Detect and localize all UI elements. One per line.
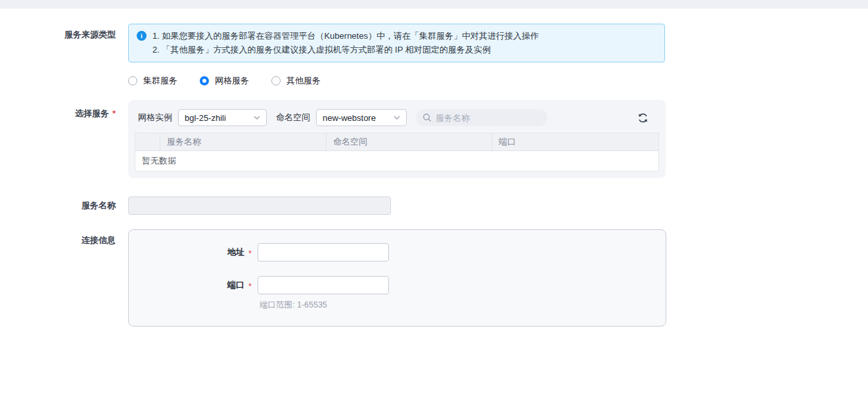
port-row: 端口 * — [129, 276, 666, 294]
select-service-panel: 网格实例 bgl-25-zhili 命名空间 new-webstore — [128, 100, 666, 178]
radio-selected-circle-icon — [200, 76, 209, 85]
namespace-value: new-webstore — [323, 113, 376, 123]
mesh-instance-select[interactable]: bgl-25-zhili — [178, 109, 267, 126]
service-table: 服务名称 命名空间 端口 暂无数据 — [135, 133, 659, 171]
refresh-button[interactable] — [637, 112, 649, 124]
service-filter-row: 网格实例 bgl-25-zhili 命名空间 new-webstore — [138, 109, 659, 126]
service-name-label: 服务名称 — [0, 200, 116, 212]
table-header-select — [135, 133, 160, 151]
mesh-instance-label: 网格实例 — [138, 112, 172, 124]
namespace-label: 命名空间 — [276, 112, 310, 124]
form-row-source-type: 服务来源类型 i 1. 如果您要接入的服务部署在容器管理平台（Kubernete… — [0, 24, 868, 88]
mesh-instance-value: bgl-25-zhili — [185, 113, 226, 123]
table-empty-state: 暂无数据 — [135, 151, 658, 171]
radio-circle-icon — [128, 76, 137, 85]
address-label: 地址 — [129, 246, 244, 258]
radio-cluster-service-label: 集群服务 — [143, 75, 177, 87]
radio-cluster-service[interactable]: 集群服务 — [128, 75, 177, 87]
info-icon: i — [137, 31, 147, 41]
radio-mesh-service-label: 网格服务 — [215, 75, 249, 87]
form-row-select-service: 选择服务* 网格实例 bgl-25-zhili 命名空间 new-webstor… — [0, 88, 868, 178]
port-label: 端口 — [129, 279, 244, 291]
table-header-service-name: 服务名称 — [160, 133, 327, 151]
port-range-hint: 端口范围: 1-65535 — [260, 300, 666, 311]
connection-panel: 地址 * 端口 * 端口范围: 1-65535 — [128, 229, 666, 327]
source-type-label: 服务来源类型 — [0, 24, 116, 88]
address-input[interactable] — [258, 243, 389, 262]
radio-other-service-label: 其他服务 — [286, 75, 321, 87]
form-row-service-name: 服务名称 — [0, 196, 868, 215]
required-asterisk: * — [248, 248, 252, 258]
radio-circle-icon — [271, 76, 281, 85]
connection-label: 连接信息 — [0, 229, 116, 327]
table-header-port: 端口 — [492, 133, 658, 151]
address-row: 地址 * — [129, 243, 666, 262]
search-icon — [423, 113, 432, 122]
info-alert: i 1. 如果您要接入的服务部署在容器管理平台（Kubernetes）中，请在「… — [128, 24, 665, 62]
top-strip — [0, 0, 868, 9]
port-input[interactable] — [258, 276, 389, 294]
service-search-input[interactable] — [436, 113, 551, 123]
alert-line-1: 1. 如果您要接入的服务部署在容器管理平台（Kubernetes）中，请在「集群… — [152, 29, 539, 43]
required-asterisk: * — [112, 108, 116, 118]
service-access-form: 服务来源类型 i 1. 如果您要接入的服务部署在容器管理平台（Kubernete… — [0, 9, 868, 327]
chevron-down-icon — [394, 116, 400, 120]
service-search-box — [416, 109, 547, 126]
table-header-namespace: 命名空间 — [327, 133, 492, 151]
radio-mesh-service[interactable]: 网格服务 — [200, 75, 249, 87]
source-type-radio-group: 集群服务 网格服务 其他服务 — [128, 74, 665, 88]
alert-line-2: 2. 「其他服务」方式接入的服务仅建议接入虚拟机等方式部署的 IP 相对固定的服… — [152, 43, 539, 57]
namespace-select[interactable]: new-webstore — [316, 109, 407, 126]
chevron-down-icon — [254, 116, 260, 120]
refresh-icon — [637, 112, 649, 124]
required-asterisk: * — [248, 281, 252, 291]
select-service-label: 选择服务* — [0, 88, 116, 178]
service-name-input — [128, 196, 391, 215]
form-row-connection: 连接信息 地址 * 端口 * 端口范围: 1-65535 — [0, 229, 868, 327]
service-table-header: 服务名称 命名空间 端口 — [135, 133, 658, 151]
radio-other-service[interactable]: 其他服务 — [271, 75, 321, 87]
